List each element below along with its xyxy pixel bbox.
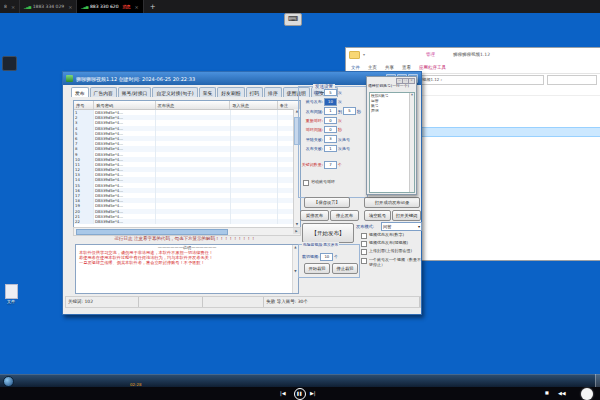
- settings-label: 账号发布:: [300, 99, 323, 104]
- settings-input[interactable]: 1: [324, 145, 337, 153]
- ribbon-tab[interactable]: 文件: [351, 65, 360, 70]
- status-bar: 关键词: 102失败 导入账号: 30个: [65, 296, 421, 308]
- scrollbar-thumb[interactable]: [76, 229, 228, 235]
- codes-panel-titlebar[interactable]: —□×: [367, 77, 416, 83]
- app-tab[interactable]: 自定义对接(句子): [152, 87, 197, 97]
- pause-publish-button[interactable]: 暂停发布: [300, 210, 329, 221]
- stop-publish-button[interactable]: 停止发布: [330, 210, 359, 221]
- settings-input[interactable]: 1: [324, 107, 337, 115]
- ribbon-tab[interactable]: 共享: [385, 65, 394, 70]
- codes-scrollbar[interactable]: ▲: [409, 93, 414, 192]
- scroll-right-icon[interactable]: ▶: [293, 228, 300, 234]
- checkbox-label: 视频优先发布(随视频): [369, 240, 408, 245]
- open-keywords-button[interactable]: 打开关键词: [392, 210, 421, 221]
- ribbon-tab[interactable]: 主页: [368, 65, 377, 70]
- stop-clip-button[interactable]: 停止裁切: [332, 263, 358, 274]
- settings-label: 线程:: [300, 90, 323, 95]
- settings-input[interactable]: 5: [343, 107, 356, 115]
- app-tab[interactable]: 广告内容: [90, 87, 117, 97]
- start-button[interactable]: [3, 376, 14, 387]
- close-icon[interactable]: ×: [11, 4, 15, 10]
- codes-listbox[interactable]: 模拟S账号运营账号声明 ▲: [369, 92, 415, 193]
- table-column-header[interactable]: 备注: [278, 101, 300, 109]
- stop-icon[interactable]: ■: [545, 390, 549, 395]
- settings-row: 线程:5次: [300, 89, 367, 97]
- player-knob[interactable]: [581, 388, 593, 400]
- pause-icon[interactable]: ▌▌: [294, 388, 306, 400]
- explorer-titlebar[interactable]: ▾ 管理 狮聊狮聊视频1.12: [346, 48, 600, 61]
- app-tab[interactable]: 排序: [264, 87, 282, 97]
- close-icon[interactable]: ×: [408, 78, 415, 84]
- close-icon[interactable]: ×: [135, 4, 139, 10]
- option-checkbox[interactable]: 一个账号发一个视频（数量不够停止）: [361, 257, 421, 267]
- codes-items: 模拟S账号运营账号声明: [370, 93, 414, 113]
- table-horizontal-scrollbar[interactable]: ▶: [73, 227, 301, 236]
- loop-accounts-checkbox[interactable]: 启动账号循环: [303, 179, 335, 186]
- ribbon-tab[interactable]: 查看: [402, 65, 411, 70]
- status-cell: [139, 297, 204, 307]
- table-column-header[interactable]: 导入状态: [230, 101, 278, 109]
- desktop-icon-app[interactable]: [2, 56, 17, 71]
- show-desktop-button[interactable]: [595, 374, 600, 387]
- remote-tab[interactable]: ▁▃▅883 330 620消息×: [77, 0, 143, 13]
- log-lines: 本软件仅供学习交流，请勿用于非法用途，本软件不承担一切法律责任！若使用者在使用本…: [76, 250, 298, 265]
- quick-access-toolbar-icon[interactable]: ▾: [363, 52, 365, 57]
- settings-input[interactable]: 10: [324, 98, 337, 106]
- publish-mode-select[interactable]: 问答 ▾: [381, 222, 422, 231]
- checkbox-icon[interactable]: [361, 233, 367, 239]
- log-textarea[interactable]: ——————说明—————— 本软件仅供学习交流，请勿用于非法用途，本软件不承担…: [75, 244, 299, 294]
- clear-accounts-button[interactable]: 清空账号: [364, 210, 391, 221]
- previous-track-icon[interactable]: |◀: [280, 390, 286, 396]
- settings-mid-label: 到: [338, 109, 342, 114]
- next-track-icon[interactable]: ▶|: [310, 390, 316, 396]
- table-column-header[interactable]: 序号: [74, 101, 94, 109]
- checkbox-icon[interactable]: [303, 180, 309, 186]
- open-record-button[interactable]: 打开成功发布记录: [364, 197, 420, 208]
- status-cell: [203, 297, 264, 307]
- checkbox-icon[interactable]: [361, 249, 367, 255]
- table-column-header[interactable]: 发布状态: [156, 101, 231, 109]
- app-tab[interactable]: 发布: [71, 87, 89, 97]
- group-title: 发送设置: [313, 84, 335, 89]
- new-tab-button[interactable]: +: [144, 0, 162, 13]
- app-tab[interactable]: 打码: [246, 87, 264, 97]
- option-checkbox[interactable]: 上传封面(上传封面会慢): [361, 248, 421, 255]
- table-row[interactable]: 22DB339d5e*4…: [74, 219, 300, 224]
- remote-tab[interactable]: 8×: [0, 0, 20, 13]
- remote-tab[interactable]: ▁▃▅1883 334 029×: [20, 0, 77, 13]
- save-settings-button[interactable]: 【保存设置】: [304, 197, 350, 208]
- clip-count-input[interactable]: 10: [320, 253, 333, 261]
- settings-input[interactable]: 3: [324, 135, 337, 143]
- table-column-header[interactable]: 账号密码: [94, 101, 155, 109]
- start-clip-button[interactable]: 开始裁切: [304, 263, 330, 274]
- explorer-title: 狮聊狮聊视频1.12: [453, 52, 490, 57]
- ribbon-tab[interactable]: 应用程序工具: [419, 65, 446, 70]
- app-tab[interactable]: 采集: [199, 87, 217, 97]
- code-item[interactable]: 声明: [370, 108, 414, 113]
- option-checkbox[interactable]: 视频优先发布(随视频): [361, 240, 421, 247]
- settings-input[interactable]: 0: [324, 126, 337, 134]
- clip-count-row: 裁切视频: 10 个: [302, 253, 338, 261]
- app-tab[interactable]: 好友刷粉: [217, 87, 244, 97]
- signal-icon: ▁▃▅: [81, 5, 88, 9]
- search-input[interactable]: [547, 75, 597, 85]
- table-header-row[interactable]: 序号账号密码发布状态导入状态备注: [74, 101, 300, 110]
- settings-input[interactable]: 5: [324, 89, 337, 97]
- start-publish-button[interactable]: 【开始发布】: [302, 223, 354, 243]
- remote-tab-label: 8: [4, 4, 7, 9]
- desktop-icon-file[interactable]: 文件: [1, 284, 21, 304]
- settings-input[interactable]: 0: [324, 117, 337, 125]
- settings-label: 循环间隔:: [300, 127, 323, 132]
- checkbox-label: 上传封面(上传封面会慢): [369, 248, 412, 253]
- settings-label: 重新循环:: [300, 118, 323, 123]
- close-icon[interactable]: ×: [68, 4, 72, 10]
- checkbox-icon[interactable]: [361, 258, 367, 264]
- settings-input[interactable]: 7: [324, 161, 337, 169]
- rewind-icon[interactable]: ◀◀: [558, 390, 566, 396]
- manage-tab[interactable]: 管理: [426, 52, 435, 57]
- checkbox-icon[interactable]: [361, 241, 367, 247]
- option-checkbox[interactable]: 视频优先发布(数字): [361, 232, 421, 239]
- app-tab[interactable]: 账号/对接口: [118, 87, 152, 97]
- table-body: 1DB339d5e*4…2DB339d5e*4…3DB339d5e*4…4DB3…: [74, 110, 300, 224]
- keyboard-icon[interactable]: ⌨: [284, 13, 302, 26]
